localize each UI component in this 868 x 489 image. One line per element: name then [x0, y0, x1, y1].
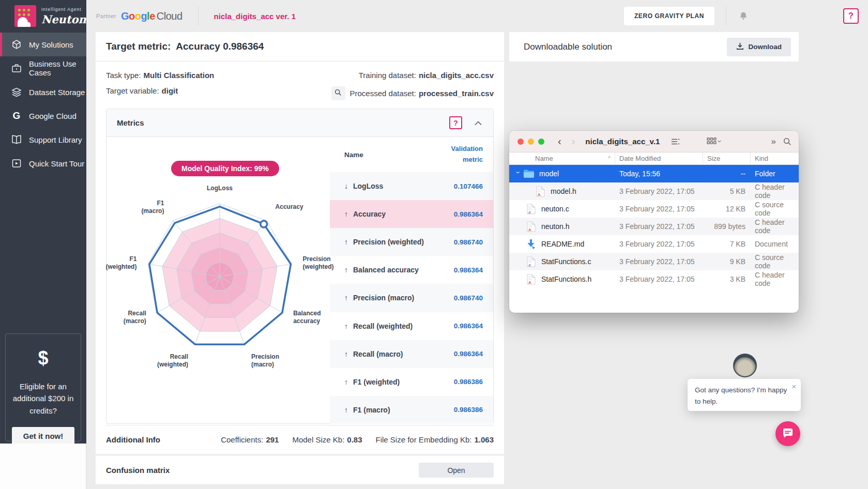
file-name: model.h	[551, 187, 576, 195]
sidebar-item-google-cloud[interactable]: G Google Cloud	[0, 104, 86, 128]
sidebar-item-label: Support Library	[29, 135, 82, 144]
window-close-button[interactable]	[517, 139, 524, 145]
finder-titlebar[interactable]: ‹ › nicla_digits_acc_v.1 › »	[509, 131, 799, 152]
metric-row[interactable]: ↑Precision (weighted)0.986740	[330, 228, 493, 256]
bell-icon[interactable]	[738, 10, 749, 22]
svg-text:.h: .h	[528, 228, 531, 232]
metric-row[interactable]: ↑Balanced accuracy0.986364	[330, 256, 493, 284]
file-date: 3 February 2022, 17:05	[615, 187, 703, 195]
finder-row[interactable]: .cneuton.c3 February 2022, 17:0512 KBC s…	[509, 200, 799, 218]
folder-icon	[523, 169, 535, 178]
target-metric-value: Accuracy 0.986364	[176, 41, 264, 52]
metric-direction-arrow: ↑	[344, 266, 348, 274]
file-size: 12 KB	[703, 205, 751, 213]
finder-window-title: nicla_digits_acc_v.1	[585, 137, 660, 146]
metric-name: ↑Balanced accuracy	[344, 266, 419, 274]
sidebar-item-support-library[interactable]: Support Library	[0, 128, 86, 151]
metric-name: ↑Precision (macro)	[344, 294, 414, 302]
metric-row[interactable]: ↑Accuracy0.986364	[330, 200, 493, 228]
file-size: 3 KB	[703, 275, 751, 283]
svg-text:.h: .h	[528, 281, 531, 284]
metric-value: 0.986386	[454, 406, 483, 414]
finder-row[interactable]: .cStatFunctions.c3 February 2022, 17:059…	[509, 253, 799, 270]
metrics-panel-header: Metrics ?	[106, 109, 493, 137]
group-view-icon[interactable]: ›	[707, 137, 721, 145]
metric-row[interactable]: ↓LogLoss0.107466	[330, 172, 493, 200]
file-kind: C source code	[751, 201, 799, 217]
open-confusion-matrix-button[interactable]: Open	[419, 463, 494, 478]
metric-value: 0.107466	[454, 182, 483, 190]
dataset-search-button[interactable]	[331, 86, 345, 100]
svg-text:.c: .c	[528, 263, 531, 267]
sidebar-item-quick-start-tour[interactable]: Quick Start Tour	[0, 151, 86, 175]
sidebar-item-my-solutions[interactable]: My Solutions	[0, 33, 86, 56]
target-metric-header: Target metric: Accuracy 0.986364	[96, 32, 504, 62]
close-icon[interactable]: ×	[791, 383, 796, 390]
file-kind: C header code	[751, 183, 799, 200]
tour-icon	[11, 158, 22, 169]
help-button[interactable]: ?	[843, 8, 859, 24]
chat-launcher-button[interactable]	[775, 421, 800, 446]
metrics-help-button[interactable]: ?	[449, 116, 462, 129]
processed-dataset-value: processed_train.csv	[419, 89, 494, 98]
file-size: --	[703, 170, 751, 178]
layers-icon	[11, 86, 22, 98]
metric-direction-arrow: ↑	[344, 294, 348, 302]
disclosure-chevron-icon[interactable]: ›	[514, 171, 522, 176]
file-name: README.md	[541, 240, 584, 248]
finder-window: ‹ › nicla_digits_acc_v.1 › » Name^ Date …	[509, 131, 799, 313]
window-minimize-button[interactable]	[528, 139, 534, 145]
file-size: 5 KB	[703, 187, 751, 195]
metric-row[interactable]: ↑F1 (macro)0.986386	[330, 396, 493, 424]
task-type-value: Multi Classification	[144, 71, 215, 80]
metric-direction-arrow: ↑	[344, 406, 348, 414]
column-header-name[interactable]: Name^	[509, 152, 615, 164]
target-variable-label: Target variable:	[106, 86, 159, 95]
column-header-kind[interactable]: Kind	[751, 152, 799, 164]
finder-row[interactable]: README.md3 February 2022, 17:057 KBDocum…	[509, 235, 799, 253]
metric-row[interactable]: ↑Recall (weighted)0.986364	[330, 312, 493, 340]
forward-chevron-icon[interactable]: ›	[572, 135, 575, 147]
briefcase-icon	[11, 63, 22, 74]
finder-row[interactable]: ›modelToday, 15:56--Folder	[509, 165, 799, 182]
radar-axis-label: Recall(weighted)	[157, 353, 188, 368]
sidebar-item-dataset-storage[interactable]: Dataset Storage	[0, 80, 86, 104]
sidebar-item-business-use-cases[interactable]: Business Use Cases	[0, 56, 86, 80]
metric-row[interactable]: ↑Recall (macro)0.986364	[330, 340, 493, 368]
promo-text: Eligible for an additional $200 in credi…	[11, 380, 75, 417]
finder-row[interactable]: .hneuton.h3 February 2022, 17:05899 byte…	[509, 218, 799, 235]
sidebar-item-label: Quick Start Tour	[29, 159, 84, 168]
list-view-sort-icon[interactable]	[671, 138, 680, 145]
training-dataset-value: nicla_digits_acc.csv	[419, 71, 494, 80]
finder-row[interactable]: .hStatFunctions.h3 February 2022, 17:053…	[509, 270, 799, 288]
column-header-date-modified[interactable]: Date Modified	[615, 152, 703, 164]
metric-row[interactable]: ↑Precision (macro)0.986740	[330, 284, 493, 312]
chat-bubble-icon	[782, 427, 794, 441]
training-dataset-label: Training dataset:	[359, 71, 416, 80]
file-kind: C header code	[751, 218, 799, 235]
model-size-stat: Model Size Kb:0.83	[292, 435, 362, 444]
metrics-panel: Metrics ? Model Quality Index: 99% LogLo…	[106, 109, 494, 424]
metric-name: ↑F1 (weighted)	[344, 378, 400, 386]
metric-direction-arrow: ↑	[344, 350, 348, 358]
download-file-icon	[525, 239, 537, 250]
window-zoom-button[interactable]	[538, 139, 544, 145]
back-chevron-icon[interactable]: ‹	[558, 135, 561, 147]
metric-row[interactable]: ↑F1 (weighted)0.986386	[330, 368, 493, 396]
processed-dataset-label: Processed dataset:	[350, 89, 416, 98]
plan-button[interactable]: ZERO GRAVITY PLAN	[624, 7, 714, 25]
download-button[interactable]: Download	[727, 38, 791, 56]
finder-search-icon[interactable]	[783, 137, 791, 146]
column-header-size[interactable]: Size	[703, 152, 751, 164]
toolbar-overflow-icon[interactable]: »	[771, 136, 775, 147]
get-it-now-button[interactable]: Get it now!	[12, 427, 75, 445]
sidebar-item-label: Google Cloud	[29, 112, 77, 120]
collapse-chevron-icon[interactable]	[473, 118, 484, 128]
metric-name: ↓LogLoss	[344, 182, 383, 190]
h-file-icon: .h	[525, 221, 537, 232]
file-date: 3 February 2022, 17:05	[615, 257, 703, 266]
finder-row[interactable]: .hmodel.h3 February 2022, 17:055 KBC hea…	[509, 182, 799, 200]
confusion-matrix-section: Confusion matrix Open	[106, 456, 494, 484]
agent-avatar	[733, 354, 757, 377]
radar-axis-label: Accuracy	[276, 203, 303, 210]
